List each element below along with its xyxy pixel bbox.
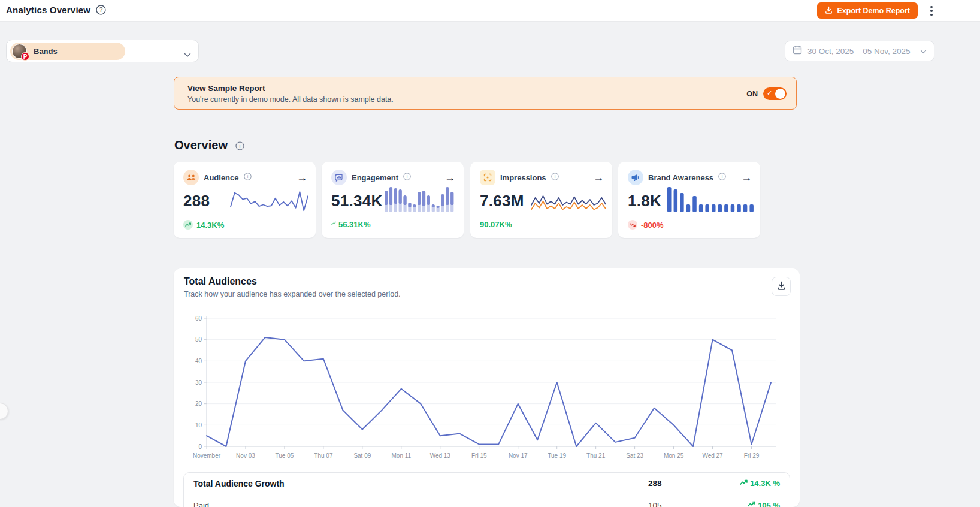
- card-value: 51.34K: [331, 192, 383, 210]
- info-icon[interactable]: i: [235, 141, 244, 153]
- card-value: 1.8K: [628, 192, 661, 210]
- check-icon: ✓: [767, 89, 772, 97]
- total-audiences-card: Total Audiences Track how your audience …: [174, 268, 800, 507]
- svg-text:Tue 05: Tue 05: [276, 452, 294, 459]
- engagement-bubble-icon: [331, 170, 347, 185]
- total-audiences-chart: 0102030405060NovemberNov 03Tue 05Thu 07S…: [181, 297, 789, 468]
- kebab-menu-icon[interactable]: [926, 4, 937, 17]
- info-icon[interactable]: i: [403, 172, 411, 183]
- trend-up-icon: [740, 479, 748, 488]
- arrow-right-icon[interactable]: →: [741, 172, 752, 183]
- export-demo-report-button[interactable]: Export Demo Report: [817, 2, 918, 19]
- svg-text:Thu 21: Thu 21: [586, 452, 606, 459]
- trend-down-icon: [628, 220, 637, 230]
- svg-text:60: 60: [195, 315, 202, 322]
- card-change: 14.3K%: [183, 220, 224, 230]
- impressions-card: Impressions i → 7.63M 90.07K%: [470, 162, 612, 238]
- info-icon[interactable]: i: [244, 172, 252, 183]
- info-icon[interactable]: i: [718, 172, 726, 183]
- svg-text:Tue 19: Tue 19: [548, 452, 566, 459]
- edge-handle[interactable]: [0, 403, 8, 420]
- svg-text:40: 40: [195, 358, 202, 364]
- impressions-sparkline: [530, 193, 607, 217]
- date-range-value: 30 Oct, 2025 – 05 Nov, 2025: [807, 47, 915, 56]
- svg-text:20: 20: [195, 400, 202, 407]
- card-label: Brand Awareness: [648, 173, 713, 182]
- brand-awareness-megaphone-icon: [628, 170, 643, 185]
- arrow-right-icon[interactable]: →: [444, 172, 455, 183]
- card-value: 7.63M: [480, 192, 524, 210]
- svg-text:0: 0: [198, 443, 202, 450]
- analytics-overview-page: Analytics Overview ? Export Demo Report …: [0, 0, 980, 507]
- svg-text:Fri 29: Fri 29: [744, 452, 760, 459]
- overview-heading: Overview: [174, 138, 228, 152]
- svg-text:Mon 11: Mon 11: [392, 452, 412, 459]
- svg-text:Fri 15: Fri 15: [471, 452, 487, 459]
- banner-subtitle: You're currently in demo mode. All data …: [187, 95, 394, 104]
- audience-people-icon: [183, 170, 199, 185]
- svg-text:Mon 25: Mon 25: [664, 452, 684, 459]
- engagement-card: Engagement i → 51.34K 56.31K%: [322, 162, 464, 238]
- trend-up-icon: [748, 500, 755, 507]
- brand-awareness-card: Brand Awareness i → 1.8K -800%: [618, 162, 760, 238]
- card-change: -800%: [628, 220, 664, 230]
- svg-text:50: 50: [195, 336, 202, 343]
- topbar: Analytics Overview ? Export Demo Report: [0, 0, 980, 22]
- svg-text:10: 10: [195, 422, 202, 428]
- profile-name: Bands: [34, 47, 58, 56]
- toggle-knob: [775, 89, 785, 99]
- profile-avatar: P: [12, 44, 27, 59]
- export-button-label: Export Demo Report: [837, 7, 910, 15]
- info-icon[interactable]: i: [551, 172, 559, 183]
- table-row: Total Audience Growth 288 14.3K %: [184, 473, 790, 494]
- svg-text:November: November: [193, 452, 221, 459]
- chart-download-button[interactable]: [772, 277, 791, 296]
- calendar-icon: [793, 45, 802, 57]
- card-value: 288: [183, 192, 210, 210]
- svg-text:Sat 09: Sat 09: [353, 452, 371, 459]
- arrow-right-icon[interactable]: →: [593, 172, 604, 183]
- toggle-state-label: ON: [746, 90, 758, 98]
- svg-text:?: ?: [99, 7, 103, 13]
- sample-report-banner: View Sample Report You're currently in d…: [174, 77, 797, 110]
- card-label: Engagement: [352, 173, 398, 182]
- chart-title: Total Audiences: [184, 276, 257, 287]
- arrow-right-icon[interactable]: →: [297, 172, 307, 183]
- card-change: 90.07K%: [480, 220, 512, 229]
- download-icon: [777, 281, 786, 292]
- svg-text:i: i: [722, 174, 723, 179]
- svg-text:i: i: [554, 174, 555, 179]
- page-title: Analytics Overview: [6, 5, 90, 15]
- card-label: Impressions: [500, 173, 546, 182]
- audience-growth-table: Total Audience Growth 288 14.3K % Paid 1…: [183, 472, 790, 507]
- download-icon: [825, 6, 833, 16]
- svg-text:Thu 07: Thu 07: [314, 452, 333, 459]
- svg-text:Wed 13: Wed 13: [430, 452, 451, 459]
- card-change: 56.31K%: [331, 220, 370, 229]
- date-range-picker[interactable]: 30 Oct, 2025 – 05 Nov, 2025: [785, 41, 934, 61]
- pinterest-badge-icon: P: [21, 52, 29, 61]
- trend-up-icon: [331, 219, 336, 228]
- sample-report-toggle[interactable]: ✓: [763, 87, 787, 100]
- help-icon[interactable]: ?: [96, 5, 106, 15]
- trend-up-icon: [183, 220, 193, 230]
- svg-text:30: 30: [195, 379, 202, 386]
- chevron-down-icon: [184, 49, 191, 60]
- engagement-sparkline: [385, 185, 455, 212]
- profile-select[interactable]: P Bands: [6, 40, 199, 62]
- chevron-down-icon: [920, 46, 927, 56]
- brand-awareness-sparkline: [667, 185, 756, 212]
- svg-text:Nov 03: Nov 03: [236, 452, 255, 459]
- card-label: Audience: [204, 173, 239, 182]
- svg-text:Nov 17: Nov 17: [509, 452, 528, 459]
- svg-text:Sat 23: Sat 23: [626, 452, 643, 459]
- banner-title: View Sample Report: [187, 84, 265, 93]
- impressions-scan-icon: [480, 170, 495, 185]
- svg-text:i: i: [407, 174, 408, 179]
- svg-text:Wed 27: Wed 27: [702, 452, 723, 459]
- audience-sparkline: [229, 188, 310, 215]
- profile-chip: P Bands: [10, 43, 125, 60]
- svg-text:i: i: [240, 143, 241, 149]
- table-row: Paid 105 105 %: [184, 494, 790, 507]
- audience-card: Audience i → 288 14.3K%: [174, 162, 316, 238]
